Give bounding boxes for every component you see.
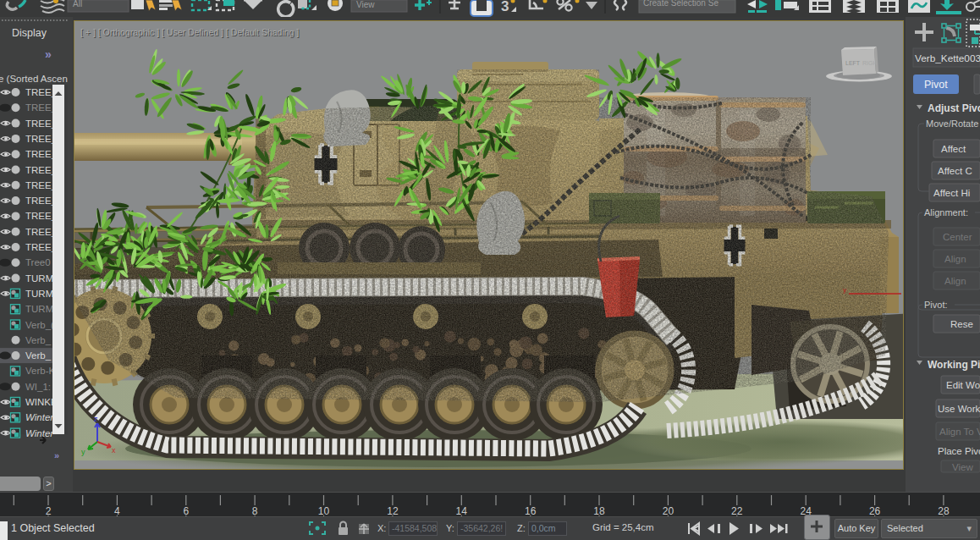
svg-text:Verb_: Verb_ [25,335,52,345]
svg-text:16: 16 [525,505,537,517]
svg-text:View: View [356,0,375,9]
svg-text:Tree0: Tree0 [25,257,51,267]
svg-text:Align To V: Align To V [939,427,980,437]
svg-text:Verb_(: Verb_( [25,320,54,330]
svg-text:Winter: Winter [25,412,54,422]
svg-text:26: 26 [869,505,881,517]
svg-text:Winter: Winter [25,428,54,438]
svg-text:Affect Hi: Affect Hi [933,188,970,198]
svg-text:Adjust Pivo: Adjust Pivo [928,102,980,114]
svg-text:6: 6 [183,505,189,517]
svg-text:»: » [54,450,59,460]
svg-text:Create Selection Se: Create Selection Se [643,0,718,8]
svg-text:14: 14 [456,505,468,517]
svg-text:View: View [952,462,973,472]
svg-text:z: z [94,415,98,423]
svg-text:Working Pi: Working Pi [928,359,980,371]
svg-text:Rese: Rese [950,319,973,329]
svg-text:Place Pivo: Place Pivo [938,446,980,456]
svg-text:WI_1:: WI_1: [25,382,51,392]
svg-text:Verb_Kette003: Verb_Kette003 [915,52,980,64]
svg-text:All: All [73,0,82,8]
svg-text:y: y [81,448,85,456]
svg-text:Align: Align [944,254,966,264]
svg-text:Affect: Affect [941,144,966,154]
svg-text:Pivot: Pivot [924,79,948,91]
svg-text:Pivot:: Pivot: [924,300,948,310]
svg-text:Use Workin: Use Workin [938,404,980,414]
svg-text:LEFT: LEFT [845,60,861,66]
svg-text:RIGH: RIGH [862,60,878,66]
svg-text:Alignment:: Alignment: [924,207,968,218]
svg-text:x: x [112,446,116,455]
svg-text:2: 2 [46,505,52,517]
svg-text:4: 4 [114,505,120,517]
svg-text:12: 12 [387,505,399,517]
svg-text:Move/Rotate: Move/Rotate [926,118,978,129]
svg-text:18: 18 [593,505,605,517]
svg-text:Edit Wo: Edit Wo [946,380,980,390]
svg-text:Display: Display [12,27,47,39]
svg-text:Verb-K: Verb-K [25,366,55,376]
svg-text:3: 3 [501,0,509,14]
svg-text:Verb_: Verb_ [25,350,52,361]
svg-text:y: y [843,286,846,294]
svg-text:Center: Center [943,232,972,242]
svg-text:Affect C: Affect C [938,166,972,176]
svg-text:10: 10 [318,505,330,517]
svg-text:8: 8 [252,505,258,517]
svg-text:22: 22 [731,505,743,517]
svg-text:20: 20 [663,505,674,517]
svg-text:Align: Align [944,276,966,286]
svg-text:28: 28 [938,505,950,517]
svg-text:TURM-: TURM- [25,304,57,314]
svg-text:»: » [45,47,52,61]
svg-text:e (Sorted Ascen: e (Sorted Ascen [0,74,68,84]
